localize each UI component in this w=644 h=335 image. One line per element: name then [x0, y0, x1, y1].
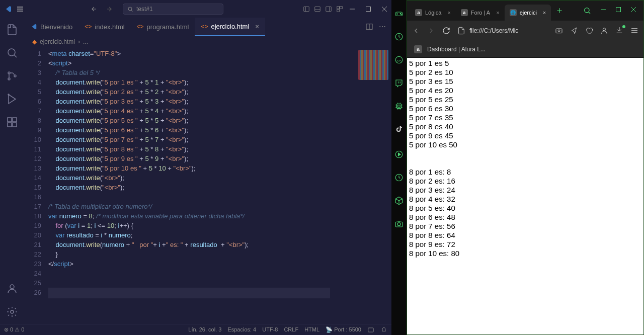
more-icon[interactable] — [378, 23, 386, 31]
camera-icon[interactable] — [394, 219, 404, 228]
share-icon[interactable] — [570, 27, 578, 35]
output-line — [409, 149, 641, 158]
clock2-icon[interactable] — [394, 173, 404, 182]
chip-icon[interactable] — [394, 102, 404, 111]
search-text: test#1 — [136, 6, 153, 13]
browser-back-icon[interactable] — [412, 27, 420, 35]
browser-tab-ejercici[interactable]: 🌐ejercici× — [505, 5, 551, 21]
bell-icon[interactable] — [380, 326, 387, 333]
svg-rect-4 — [337, 6, 340, 9]
output-line: 5 por 5 es 25 — [409, 95, 641, 104]
browser-close-icon[interactable] — [630, 7, 636, 13]
page-content: 5 por 1 es 55 por 2 es 105 por 3 es 155 … — [407, 58, 643, 334]
feedback-icon[interactable] — [367, 326, 374, 333]
tab-index.html[interactable]: <>index.html — [78, 18, 130, 36]
breadcrumb-more: ... — [83, 38, 88, 45]
tiktok-icon[interactable] — [394, 125, 404, 134]
status-lncol[interactable]: Lín. 26, col. 3 — [188, 326, 221, 333]
svg-point-11 — [14, 75, 16, 77]
browser-maximize-icon[interactable] — [615, 7, 621, 13]
svg-rect-36 — [616, 8, 621, 12]
svg-point-8 — [8, 49, 15, 56]
whatsapp-icon[interactable] — [394, 55, 404, 64]
output-line: 5 por 4 es 20 — [409, 86, 641, 95]
close-icon[interactable] — [381, 6, 387, 12]
status-errors[interactable]: ⊗ 0 ⚠ 0 — [4, 326, 24, 333]
browser-tab-bar: aLógica×aForo | A×🌐ejercici× — [407, 1, 643, 21]
address-bar[interactable]: file:///C:/Users/Mic — [457, 27, 548, 35]
explorer-icon[interactable] — [6, 24, 18, 36]
fav-site-icon[interactable]: a — [414, 45, 422, 53]
svg-rect-3 — [326, 7, 332, 11]
cube-icon[interactable] — [394, 196, 404, 205]
svg-point-25 — [400, 13, 401, 14]
status-lang[interactable]: HTML — [304, 326, 319, 333]
browser-refresh-icon[interactable] — [442, 27, 450, 35]
output-line: 5 por 1 es 5 — [409, 59, 641, 68]
maximize-icon[interactable] — [365, 6, 371, 12]
search-side-icon[interactable] — [6, 47, 18, 59]
tab-bienvenido[interactable]: Bienvenido — [24, 18, 78, 36]
output-line — [409, 158, 641, 168]
account-icon[interactable] — [6, 283, 18, 295]
svg-point-0 — [128, 7, 132, 11]
gear-icon[interactable] — [6, 306, 18, 318]
heart-icon[interactable] — [585, 27, 593, 35]
browser-tab-foro | a[interactable]: aForo | A× — [456, 5, 505, 21]
minimize-icon[interactable] — [349, 6, 355, 12]
activity-bar — [0, 18, 24, 324]
split-editor-icon[interactable] — [365, 23, 373, 31]
screenshot-icon[interactable] — [555, 27, 563, 35]
gamepad-icon[interactable] — [394, 9, 404, 18]
new-tab-icon[interactable] — [556, 7, 563, 14]
breadcrumb[interactable]: ◆ ejercicio.html › ... — [24, 36, 391, 48]
output-line: 8 por 2 es: 16 — [409, 177, 641, 186]
profile-icon[interactable] — [600, 27, 608, 35]
output-line: 5 por 7 es 35 — [409, 113, 641, 122]
browser-forward-icon[interactable] — [427, 27, 435, 35]
clock-icon[interactable] — [394, 32, 404, 41]
window-controls — [349, 6, 387, 12]
layout-grid-icon[interactable] — [336, 6, 343, 13]
status-encoding[interactable]: UTF-8 — [262, 326, 278, 333]
status-spaces[interactable]: Espacios: 4 — [227, 326, 256, 333]
browser-minimize-icon[interactable] — [600, 7, 606, 13]
panel-right-icon[interactable] — [325, 6, 332, 13]
status-port[interactable]: 📡 Port : 5500 — [326, 326, 361, 333]
svg-rect-29 — [397, 104, 401, 109]
extensions-icon[interactable] — [6, 116, 18, 128]
file-icon — [457, 27, 465, 35]
panel-left-icon[interactable] — [303, 6, 310, 13]
svg-rect-5 — [340, 6, 343, 9]
tab-ejercicio.html[interactable]: <>ejercicio.html× — [195, 18, 265, 36]
output-line: 8 por 3 es: 24 — [409, 186, 641, 195]
tab-programa.html[interactable]: <>programa.html — [131, 18, 195, 36]
svg-rect-1 — [304, 7, 309, 11]
svg-point-26 — [401, 14, 402, 15]
address-text: file:///C:/Users/Mic — [469, 27, 518, 34]
svg-rect-13 — [8, 118, 12, 122]
search-box[interactable]: test#1 — [123, 4, 223, 15]
debug-icon[interactable] — [6, 93, 18, 105]
output-line: 8 por 9 es: 72 — [409, 240, 641, 249]
close-tab-icon[interactable]: × — [255, 23, 259, 30]
svg-rect-23 — [368, 327, 374, 331]
back-icon[interactable] — [91, 6, 98, 13]
fav-title[interactable]: Dashboard | Alura L... — [427, 46, 486, 53]
browser-menu-icon[interactable] — [630, 27, 638, 35]
minimap[interactable] — [358, 50, 388, 80]
svg-rect-30 — [398, 105, 400, 108]
menu-icon[interactable] — [16, 5, 24, 13]
twitch-icon[interactable] — [394, 78, 404, 88]
code-editor[interactable]: 1234567891011121314151617181920212223242… — [24, 48, 391, 324]
panel-bottom-icon[interactable] — [314, 6, 321, 13]
browser-search-icon[interactable] — [583, 7, 591, 15]
output-line: 5 por 9 es 45 — [409, 131, 641, 140]
play-circle-icon[interactable] — [394, 150, 404, 159]
nav-arrows — [91, 6, 113, 13]
browser-tab-lógica[interactable]: aLógica× — [410, 5, 456, 21]
status-eol[interactable]: CRLF — [284, 326, 298, 333]
git-icon[interactable] — [6, 70, 18, 82]
download-icon[interactable] — [615, 26, 623, 36]
forward-icon[interactable] — [106, 6, 113, 13]
